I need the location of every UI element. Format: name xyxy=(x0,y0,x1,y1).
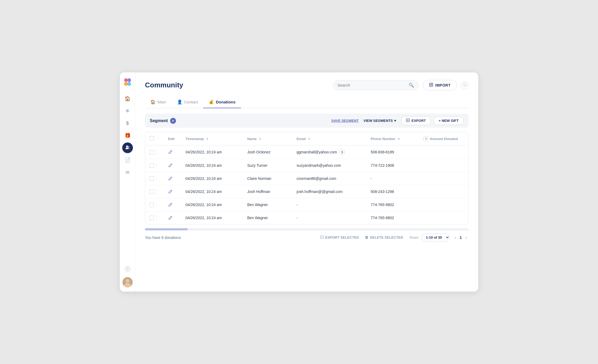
timestamp-cell-1: 04/26/2022, 10:24 am xyxy=(181,159,243,172)
export-icon xyxy=(406,118,410,123)
email-sort-icon[interactable]: ⇅ xyxy=(308,138,310,140)
header-info-button[interactable]: ⓘ xyxy=(461,81,469,89)
next-page-button[interactable]: › xyxy=(464,235,469,241)
sidebar-item-dollar[interactable]: $ xyxy=(122,118,133,129)
table-row: 04/26/2022, 10:24 am Josh Ordonez ggmars… xyxy=(145,145,468,159)
new-gift-button[interactable]: + NEW GIFT xyxy=(434,117,464,125)
th-name[interactable]: Name ⇅ xyxy=(243,132,292,145)
footer: You have 6 donations EXPORT SELECTED 🗑 D… xyxy=(145,234,469,241)
email-cell-4: - xyxy=(292,198,366,211)
donation-count: You have 6 donations xyxy=(145,235,181,240)
edit-button-3[interactable] xyxy=(168,190,172,194)
scrollbar-thumb[interactable] xyxy=(145,228,188,230)
name-cell-2: Claire Norman xyxy=(243,172,292,185)
edit-cell-4 xyxy=(164,198,181,211)
save-segment-button[interactable]: SAVE SEGMENT xyxy=(331,119,359,123)
amount-cell-4 xyxy=(419,198,468,211)
phone-sort-icon[interactable]: ⇅ xyxy=(398,138,400,140)
export-button[interactable]: EXPORT xyxy=(401,116,431,125)
edit-button-0[interactable] xyxy=(168,150,172,155)
tab-contact[interactable]: 👤 Contact xyxy=(172,97,204,108)
email-badge-0: 1 xyxy=(339,149,345,155)
amount-cell-1 xyxy=(419,159,468,172)
row-checkbox-2[interactable] xyxy=(150,176,154,181)
people-icon xyxy=(125,145,130,151)
name-cell-1: Suzy Turner xyxy=(243,159,292,172)
avatar[interactable] xyxy=(122,277,133,287)
row-checkbox-1[interactable] xyxy=(150,163,154,168)
svg-point-7 xyxy=(126,279,129,283)
row-checkbox-3[interactable] xyxy=(150,189,154,194)
envelope-icon: ✉ xyxy=(125,169,129,175)
sidebar-item-home[interactable]: 🏠 xyxy=(122,93,133,104)
app-logo[interactable] xyxy=(122,77,133,88)
segment-add-button[interactable]: + xyxy=(170,118,176,124)
timestamp-cell-0: 04/26/2022, 10:24 am xyxy=(181,145,243,159)
select-all-checkbox[interactable] xyxy=(150,136,154,141)
sidebar-item-people[interactable] xyxy=(122,142,133,153)
export-selected-button[interactable]: EXPORT SELECTED xyxy=(320,235,359,240)
name-cell-4: Ben Wagner xyxy=(243,198,292,211)
row-checkbox-0[interactable] xyxy=(150,150,154,154)
th-timestamp[interactable]: Timestamp ⇅ xyxy=(181,132,243,145)
sidebar-item-gift[interactable]: 🎁 xyxy=(122,130,133,141)
tab-donations[interactable]: 💰 Donations xyxy=(203,97,241,108)
sidebar-item-file[interactable]: 📄 xyxy=(122,155,133,165)
export-selected-icon xyxy=(320,235,324,240)
row-divider xyxy=(157,176,157,181)
row-divider xyxy=(157,202,157,207)
import-icon xyxy=(429,83,433,88)
search-input[interactable] xyxy=(338,83,407,87)
phone-cell-2: - xyxy=(366,172,419,185)
horizontal-scrollbar[interactable] xyxy=(145,228,469,230)
edit-cell-0 xyxy=(164,145,181,159)
name-cell-0: Josh Ordonez xyxy=(243,145,292,159)
sidebar-item-info[interactable]: ⓘ xyxy=(122,264,133,274)
view-segments-button[interactable]: VIEW SEGMENTS ▾ xyxy=(363,119,396,123)
phone-cell-3: 508-243-1298 xyxy=(366,185,419,198)
segment-label: Segment + xyxy=(150,118,176,124)
pagination: ‹ 1 › xyxy=(453,235,469,241)
sidebar-item-snowflake[interactable]: ❄ xyxy=(122,106,133,116)
app-title: Community xyxy=(145,81,183,89)
row-checkbox-4[interactable] xyxy=(150,203,154,207)
edit-button-5[interactable] xyxy=(168,216,172,220)
prev-page-button[interactable]: ‹ xyxy=(453,235,458,241)
email-cell-5: - xyxy=(292,211,366,224)
search-bar[interactable]: 🔍 xyxy=(333,80,419,90)
info-circle-icon: ⓘ xyxy=(463,83,467,88)
th-phone[interactable]: Phone Number ⇅ xyxy=(366,132,419,145)
name-sort-icon[interactable]: ⇅ xyxy=(259,138,261,140)
svg-point-3 xyxy=(127,82,131,86)
email-cell-1: suzyandmark@yahoo.com xyxy=(292,159,366,172)
timestamp-sort-icon[interactable]: ⇅ xyxy=(206,138,208,140)
main-content: Community 🔍 IMPORT ⓘ xyxy=(135,72,478,292)
rows-per-page-select[interactable]: 1-10 of 30 xyxy=(421,234,450,241)
trash-icon: 🗑 xyxy=(365,235,368,239)
search-icon: 🔍 xyxy=(409,83,414,88)
sidebar-item-envelope[interactable]: ✉ xyxy=(122,167,133,178)
edit-button-1[interactable] xyxy=(168,164,172,168)
amount-filter-icon[interactable]: ✕ xyxy=(423,136,428,141)
timestamp-cell-3: 04/26/2022, 10:24 am xyxy=(181,185,243,198)
th-amount: ✕ Amount Donated xyxy=(419,132,468,145)
delete-selected-button[interactable]: 🗑 DELETE SELECTED xyxy=(365,235,403,239)
dollar-icon: $ xyxy=(126,121,129,126)
email-cell-2: cnorman86@gmail.com xyxy=(292,172,366,185)
rows-label: Rows: xyxy=(409,235,419,239)
gift-icon: 🎁 xyxy=(125,133,131,138)
tab-main[interactable]: 🏠 Main xyxy=(145,97,172,108)
tabs: 🏠 Main 👤 Contact 💰 Donations xyxy=(145,97,469,108)
row-checkbox-5[interactable] xyxy=(150,216,154,220)
edit-button-2[interactable] xyxy=(168,177,172,181)
import-button[interactable]: IMPORT xyxy=(423,80,457,90)
sidebar: 🏠 ❄ $ 🎁 📄 ✉ xyxy=(120,72,135,292)
svg-point-0 xyxy=(124,78,128,82)
th-email[interactable]: Email ⇅ xyxy=(292,132,366,145)
name-cell-3: Josh Hoffman xyxy=(243,185,292,198)
edit-cell-2 xyxy=(164,172,181,185)
amount-cell-2 xyxy=(419,172,468,185)
edit-button-4[interactable] xyxy=(168,203,172,207)
email-cell-0: ggmarshall@yahoo.com 1 xyxy=(292,145,366,159)
svg-point-1 xyxy=(127,78,131,82)
